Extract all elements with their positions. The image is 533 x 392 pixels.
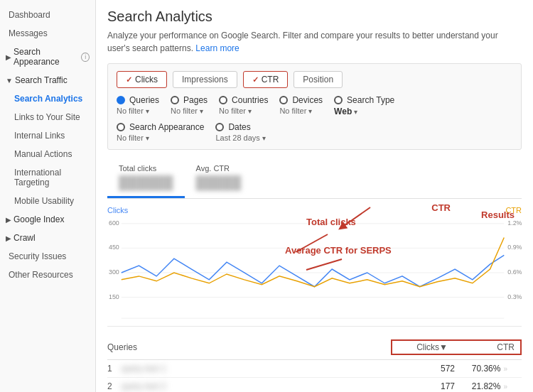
- sidebar-item-links[interactable]: Links to Your Site: [0, 108, 95, 126]
- table-section: Queries Clicks▼ CTR 1 query text 1 572 7…: [107, 335, 522, 392]
- svg-text:0.6%: 0.6%: [507, 268, 522, 276]
- row-query[interactable]: query text 2: [122, 381, 408, 391]
- chart-label-clicks: Clicks: [107, 206, 128, 214]
- stats-row: Total clicks ██████ Avg. CTR █████: [107, 158, 522, 199]
- col-queries: Queries: [107, 342, 391, 352]
- devices-sub[interactable]: No filter ▾: [279, 107, 323, 115]
- queries-radio[interactable]: [117, 96, 125, 104]
- chevron-right-icon: ▶: [6, 53, 11, 61]
- filter-devices: Devices No filter ▾: [279, 95, 323, 115]
- annotation-ctr: CTR: [431, 202, 451, 213]
- search-type-radio[interactable]: [334, 96, 343, 104]
- svg-text:300: 300: [109, 268, 119, 276]
- dropdown-arrow5: ▾: [354, 108, 357, 116]
- total-clicks-value: ██████: [119, 175, 173, 190]
- description: Analyze your performance on Google Searc…: [107, 29, 522, 55]
- svg-text:1.2%: 1.2%: [507, 219, 522, 227]
- avg-ctr-value: █████: [196, 175, 242, 190]
- sidebar-item-search-appearance[interactable]: ▶ Search Appearance i: [0, 43, 95, 71]
- filter-dates: Dates Last 28 days ▾: [215, 122, 265, 142]
- filters-row-1: Queries No filter ▾ Pages No filter ▾ Co…: [117, 95, 512, 116]
- queries-sub[interactable]: No filter ▾: [117, 107, 159, 115]
- sidebar: Dashboard Messages ▶ Search Appearance i…: [0, 0, 96, 392]
- chevron-icon: »: [503, 365, 507, 373]
- dropdown-arrow2: ▾: [200, 107, 203, 115]
- sidebar-item-manual-actions[interactable]: Manual Actions: [0, 145, 95, 163]
- row-num: 2: [107, 381, 122, 391]
- search-appearance-radio[interactable]: [117, 123, 125, 131]
- metric-impressions-button[interactable]: Impressions: [173, 71, 237, 88]
- dropdown-arrow: ▾: [146, 107, 149, 115]
- sidebar-item-google-index[interactable]: ▶ Google Index: [0, 210, 95, 229]
- stat-avg-ctr: Avg. CTR █████: [185, 158, 253, 198]
- page-title: Search Analytics: [107, 9, 522, 25]
- check-icon2: ✓: [252, 75, 259, 85]
- main-content: Search Analytics Analyze your performanc…: [96, 0, 533, 392]
- chart-svg: 600 450 300 150 1.2% 0.9% 0.6% 0.3%: [107, 216, 522, 326]
- sidebar-item-other-resources[interactable]: Other Resources: [0, 266, 95, 284]
- dropdown-arrow4: ▾: [308, 107, 312, 115]
- annotation-avg-ctr: Average CTR for SERPS: [285, 245, 392, 256]
- svg-text:0.3%: 0.3%: [507, 293, 522, 300]
- row-ctr: 70.36% »: [458, 364, 507, 374]
- table-row: 1 query text 1 572 70.36% »: [107, 360, 522, 378]
- svg-text:150: 150: [109, 293, 119, 300]
- filter-countries: Countries No filter ▾: [219, 95, 268, 115]
- chevron-right-icon2: ▶: [6, 216, 11, 224]
- dropdown-arrow6: ▾: [146, 134, 149, 142]
- metrics-row: ✓ Clicks Impressions ✓ CTR Position: [117, 71, 512, 88]
- filters-row-2: Search Appearance No filter ▾ Dates Last…: [117, 122, 512, 142]
- dropdown-arrow7: ▾: [262, 134, 266, 142]
- sidebar-item-security-issues[interactable]: Security Issues: [0, 247, 95, 266]
- stat-total-clicks: Total clicks ██████: [107, 158, 185, 198]
- sidebar-item-mobile-usability[interactable]: Mobile Usability: [0, 192, 95, 210]
- countries-sub[interactable]: No filter ▾: [219, 107, 268, 115]
- filter-queries: Queries No filter ▾: [117, 95, 159, 115]
- pages-sub[interactable]: No filter ▾: [171, 107, 208, 115]
- filter-bar: ✓ Clicks Impressions ✓ CTR Position Quer…: [107, 63, 522, 150]
- chevron-right-icon3: ▶: [6, 234, 11, 242]
- info-icon: i: [81, 53, 90, 62]
- countries-radio[interactable]: [219, 96, 227, 104]
- row-query[interactable]: query text 1: [122, 364, 408, 374]
- svg-text:600: 600: [109, 219, 119, 227]
- filter-search-appearance: Search Appearance No filter ▾: [117, 122, 204, 142]
- svg-text:0.9%: 0.9%: [507, 244, 522, 251]
- sidebar-item-search-traffic[interactable]: ▼ Search Traffic: [0, 71, 95, 89]
- metric-position-button[interactable]: Position: [294, 71, 343, 88]
- annotation-total-clicks: Total clicks: [306, 217, 356, 227]
- devices-radio[interactable]: [279, 96, 288, 104]
- dates-sub[interactable]: Last 28 days ▾: [215, 134, 265, 142]
- annotation-results: Results: [481, 209, 515, 220]
- row-ctr: 21.82% »: [458, 381, 507, 391]
- filter-search-type: Search Type Web ▾: [334, 95, 394, 116]
- sidebar-item-search-analytics[interactable]: Search Analytics: [0, 89, 95, 108]
- sidebar-item-dashboard[interactable]: Dashboard: [0, 6, 95, 24]
- filter-pages: Pages No filter ▾: [171, 95, 208, 115]
- row-num: 1: [107, 364, 122, 374]
- search-type-sub[interactable]: Web ▾: [334, 107, 394, 116]
- chevron-down-icon: ▼: [6, 77, 13, 85]
- dates-radio[interactable]: [215, 123, 224, 131]
- results-box: Clicks▼ CTR: [391, 339, 522, 355]
- sidebar-item-internal-links[interactable]: Internal Links: [0, 126, 95, 145]
- learn-more-link[interactable]: Learn more: [195, 43, 239, 53]
- sidebar-item-crawl[interactable]: ▶ Crawl: [0, 229, 95, 247]
- metric-clicks-button[interactable]: ✓ Clicks: [117, 71, 167, 88]
- dropdown-arrow3: ▾: [248, 107, 252, 115]
- row-clicks: 572: [408, 364, 458, 374]
- sidebar-item-messages[interactable]: Messages: [0, 24, 95, 43]
- row-clicks: 177: [408, 381, 458, 391]
- pages-radio[interactable]: [171, 96, 179, 104]
- col-ctr-header[interactable]: CTR: [465, 342, 515, 352]
- metric-ctr-button[interactable]: ✓ CTR: [243, 71, 289, 88]
- table-header: Queries Clicks▼ CTR: [107, 335, 522, 360]
- check-icon: ✓: [126, 75, 132, 85]
- search-appearance-sub[interactable]: No filter ▾: [117, 134, 204, 142]
- sidebar-item-intl-targeting[interactable]: International Targeting: [0, 163, 95, 192]
- col-clicks-header[interactable]: Clicks▼: [398, 342, 448, 352]
- chart-area: Clicks CTR 600 450 300 150 1.2% 0.9% 0.6…: [107, 206, 522, 327]
- table-row: 2 query text 2 177 21.82% »: [107, 378, 522, 392]
- svg-text:450: 450: [109, 244, 119, 251]
- chevron-icon: »: [503, 383, 507, 391]
